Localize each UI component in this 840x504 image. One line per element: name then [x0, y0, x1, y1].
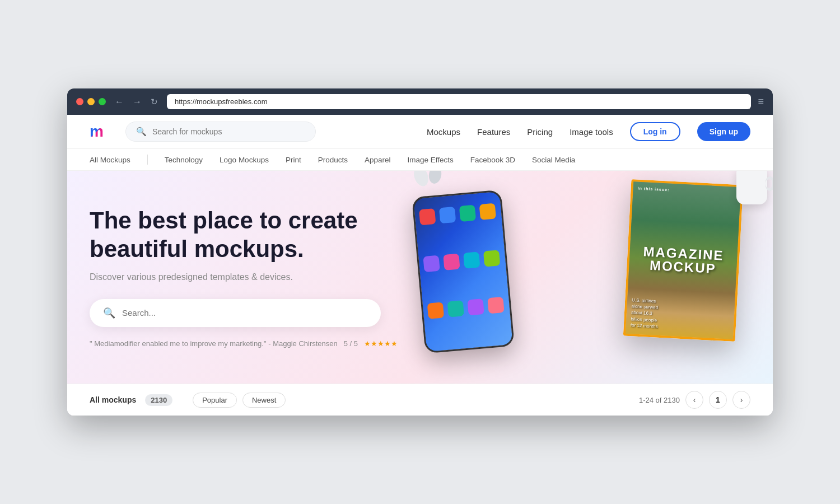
- current-page-number: 1: [709, 391, 727, 409]
- cat-technology[interactable]: Technology: [165, 156, 203, 164]
- filter-buttons: Popular Newest: [193, 393, 286, 408]
- back-button[interactable]: ←: [113, 96, 126, 108]
- magazine-mockup: MAGAZINE MOCKUP In this issue: U.S. airl…: [623, 179, 743, 342]
- app-icon: [483, 250, 500, 267]
- all-mockups-label: All mockups: [90, 395, 136, 404]
- earbuds-image: [407, 171, 452, 193]
- browser-nav: ← → ↻: [113, 96, 160, 108]
- signup-button[interactable]: Sign up: [697, 122, 750, 141]
- cat-image-effects[interactable]: Image Effects: [408, 156, 454, 164]
- mockups-count-badge: 2130: [145, 394, 172, 406]
- svg-point-1: [427, 171, 442, 185]
- login-button[interactable]: Log in: [630, 122, 680, 141]
- nav-mockups[interactable]: Mockups: [427, 127, 460, 137]
- browser-window: ← → ↻ ≡ m 🔍 Mockups Features Pricing Ima…: [67, 88, 773, 416]
- app-icon: [463, 251, 480, 268]
- testimonial-stars: ★★★★★: [364, 339, 398, 348]
- maximize-button[interactable]: [99, 98, 106, 105]
- logo: m: [90, 123, 103, 141]
- app-icon: [467, 298, 484, 315]
- magazine-cover: MAGAZINE MOCKUP In this issue: U.S. airl…: [623, 179, 743, 342]
- magazine-bottom-text: U.S. airlines alone surwed about 16.3 bi…: [631, 297, 731, 333]
- svg-point-0: [412, 171, 431, 188]
- prev-page-button[interactable]: ‹: [685, 391, 703, 409]
- magazine-title-area: MAGAZINE MOCKUP: [642, 245, 724, 276]
- hero-search-icon: 🔍: [103, 307, 115, 319]
- app-icon: [487, 297, 504, 314]
- page-info: 1-24 of 2130: [639, 396, 680, 404]
- category-nav: All Mockups Technology Logo Mockups Prin…: [67, 149, 773, 171]
- testimonial-rating: 5 / 5: [344, 339, 358, 348]
- cat-facebook-3d[interactable]: Facebook 3D: [470, 156, 515, 164]
- refresh-button[interactable]: ↻: [148, 96, 160, 108]
- address-bar[interactable]: [167, 94, 751, 109]
- cat-apparel[interactable]: Apparel: [365, 156, 391, 164]
- browser-titlebar: ← → ↻ ≡: [67, 88, 773, 115]
- cat-logo-mockups[interactable]: Logo Mockups: [220, 156, 269, 164]
- nav-search-input[interactable]: [152, 127, 305, 136]
- logo-text: m: [90, 123, 103, 141]
- browser-menu-button[interactable]: ≡: [758, 96, 764, 108]
- site-content: m 🔍 Mockups Features Pricing Image tools…: [67, 115, 773, 416]
- close-button[interactable]: [76, 98, 83, 105]
- nav-search-bar[interactable]: 🔍: [125, 122, 316, 142]
- cat-all-mockups[interactable]: All Mockups: [90, 156, 130, 164]
- next-page-button[interactable]: ›: [732, 391, 750, 409]
- app-icon: [459, 205, 476, 222]
- testimonial: " Mediamodifier enabled me to improve my…: [90, 339, 453, 348]
- forward-button[interactable]: →: [130, 96, 144, 108]
- cat-divider: [147, 155, 148, 165]
- testimonial-author: - Maggie Chirstensen: [268, 339, 338, 348]
- nav-features[interactable]: Features: [477, 127, 510, 137]
- traffic-lights: [76, 98, 106, 105]
- main-nav-links: Mockups Features Pricing Image tools Log…: [427, 122, 750, 141]
- mug-handle: [765, 176, 773, 191]
- cat-products[interactable]: Products: [318, 156, 348, 164]
- top-nav: m 🔍 Mockups Features Pricing Image tools…: [67, 115, 773, 149]
- hero-search-bar[interactable]: 🔍: [90, 299, 381, 327]
- app-icon: [479, 203, 496, 220]
- hero-text: The best place to create beautiful mocku…: [90, 207, 453, 348]
- cat-social-media[interactable]: Social Media: [532, 156, 575, 164]
- hero-search-input[interactable]: [122, 308, 367, 318]
- hero-subtitle: Discover various predesigned templates &…: [90, 272, 453, 282]
- newest-filter-button[interactable]: Newest: [242, 393, 286, 408]
- popular-filter-button[interactable]: Popular: [193, 393, 237, 408]
- nav-image-tools[interactable]: Image tools: [570, 127, 613, 137]
- testimonial-quote: " Mediamodifier enabled me to improve my…: [90, 339, 267, 348]
- cat-print[interactable]: Print: [286, 156, 301, 164]
- hero-title: The best place to create beautiful mocku…: [90, 207, 453, 263]
- search-icon: 🔍: [136, 127, 147, 137]
- mug-mockup: [736, 171, 767, 204]
- hero-section: The best place to create beautiful mocku…: [67, 171, 773, 384]
- minimize-button[interactable]: [87, 98, 95, 105]
- bottom-bar: All mockups 2130 Popular Newest 1-24 of …: [67, 384, 773, 416]
- nav-pricing[interactable]: Pricing: [527, 127, 553, 137]
- mug-body: [736, 171, 767, 204]
- pagination: 1-24 of 2130 ‹ 1 ›: [639, 391, 750, 409]
